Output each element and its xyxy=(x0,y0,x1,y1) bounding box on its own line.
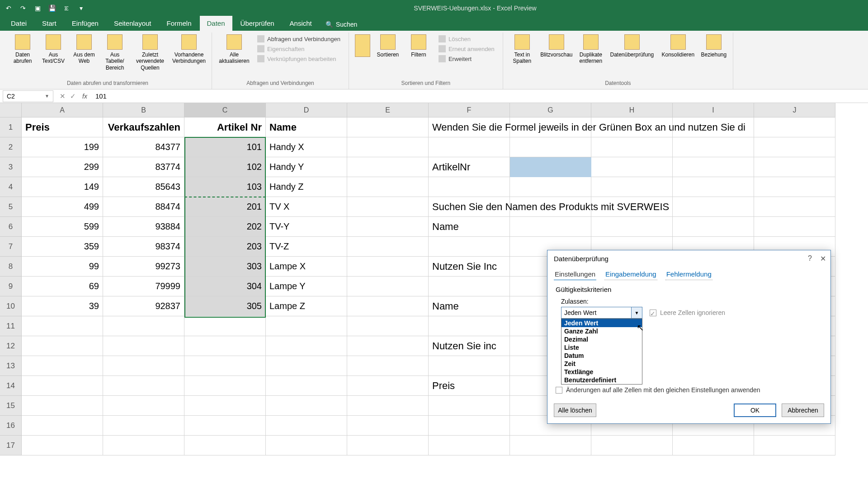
cell-D12[interactable] xyxy=(266,336,347,356)
cell-J4[interactable] xyxy=(754,177,835,197)
cell-D16[interactable] xyxy=(266,416,347,436)
cell-B4[interactable]: 85643 xyxy=(103,177,184,197)
cell-H3[interactable] xyxy=(591,157,673,177)
cell-E2[interactable] xyxy=(347,137,429,157)
cell-C14[interactable] xyxy=(184,376,266,396)
cell-C4[interactable]: 103 xyxy=(184,177,266,197)
tab-formeln[interactable]: Formeln xyxy=(160,16,199,31)
consolidate-button[interactable]: Konsolidieren xyxy=(659,33,698,60)
cell-A3[interactable]: 299 xyxy=(22,157,103,177)
cell-F6[interactable]: Name xyxy=(429,217,510,237)
data-validation-button[interactable]: Datenüberprüfung xyxy=(607,33,657,60)
cell-C15[interactable] xyxy=(184,396,266,416)
cell-E13[interactable] xyxy=(347,356,429,376)
ignore-blank-checkbox[interactable]: ✓ xyxy=(650,310,656,316)
undo-icon[interactable]: ↶ xyxy=(4,3,14,13)
chevron-down-icon[interactable]: ▼ xyxy=(631,307,642,318)
cell-B17[interactable] xyxy=(103,436,184,455)
row-header-2[interactable]: 2 xyxy=(0,137,22,157)
cell-F10[interactable]: Name xyxy=(429,296,510,316)
cell-C1[interactable]: Artikel Nr xyxy=(184,117,266,137)
cell-D7[interactable]: TV-Z xyxy=(266,237,347,257)
tab-start[interactable]: Start xyxy=(35,16,64,31)
cell-D1[interactable]: Name xyxy=(266,117,347,137)
redo-icon[interactable]: ↷ xyxy=(18,3,28,13)
cell-H5[interactable] xyxy=(591,197,673,217)
close-icon[interactable]: ✕ xyxy=(820,254,826,263)
autosum-icon[interactable]: ⨊ xyxy=(61,3,71,13)
text-to-columns-button[interactable]: Text in Spalten xyxy=(508,33,537,66)
cell-B13[interactable] xyxy=(103,356,184,376)
row-header-5[interactable]: 5 xyxy=(0,197,22,217)
apply-all-checkbox[interactable] xyxy=(556,387,562,394)
cell-C8[interactable]: 303 xyxy=(184,257,266,277)
cell-B15[interactable] xyxy=(103,396,184,416)
cell-F4[interactable] xyxy=(429,177,510,197)
cell-A14[interactable] xyxy=(22,376,103,396)
row-header-8[interactable]: 8 xyxy=(0,257,22,277)
queries-button[interactable]: Abfragen und Verbindungen xyxy=(255,34,342,43)
cell-H2[interactable] xyxy=(591,137,673,157)
dialog-tab-settings[interactable]: Einstellungen xyxy=(554,268,596,280)
col-header-E[interactable]: E xyxy=(347,103,429,117)
cell-E6[interactable] xyxy=(347,217,429,237)
cancel-icon[interactable]: ✕ xyxy=(60,92,66,100)
dialog-tab-error-alert[interactable]: Fehlermeldung xyxy=(665,268,712,280)
cell-A15[interactable] xyxy=(22,396,103,416)
cell-J2[interactable] xyxy=(754,137,835,157)
cell-C5[interactable]: 201 xyxy=(184,197,266,217)
dialog-titlebar[interactable]: Datenüberprüfung ? ✕ xyxy=(547,250,830,267)
camera-icon[interactable]: ▣ xyxy=(33,3,42,13)
cell-F17[interactable] xyxy=(429,436,510,455)
cell-A9[interactable]: 69 xyxy=(22,277,103,296)
cell-A12[interactable] xyxy=(22,336,103,356)
cell-F12[interactable]: Nutzen Sie inc xyxy=(429,336,510,356)
cell-C2[interactable]: 101 xyxy=(184,137,266,157)
cell-H17[interactable] xyxy=(591,436,673,455)
cell-E8[interactable] xyxy=(347,257,429,277)
row-header-3[interactable]: 3 xyxy=(0,157,22,177)
highlighted-cell-g3[interactable] xyxy=(510,157,591,177)
cell-D8[interactable]: Lampe X xyxy=(266,257,347,277)
cell-F11[interactable] xyxy=(429,316,510,336)
from-table-button[interactable]: Aus Tabelle/ Bereich xyxy=(100,33,129,73)
cell-C13[interactable] xyxy=(184,356,266,376)
allow-option[interactable]: Datum xyxy=(561,352,642,360)
cell-A11[interactable] xyxy=(22,316,103,336)
edit-links-button[interactable]: Verknüpfungen bearbeiten xyxy=(255,54,342,63)
relationships-button[interactable]: Beziehung xyxy=(699,33,728,60)
cell-H1[interactable] xyxy=(591,117,673,137)
advanced-filter-button[interactable]: Erweitert xyxy=(437,54,496,63)
cell-B6[interactable]: 93884 xyxy=(103,217,184,237)
cell-G1[interactable] xyxy=(510,117,591,137)
cell-D4[interactable]: Handy Z xyxy=(266,177,347,197)
row-header-4[interactable]: 4 xyxy=(0,177,22,197)
cell-F1[interactable]: Wenden Sie die Formel jeweils in der Grü… xyxy=(429,117,510,137)
cell-E4[interactable] xyxy=(347,177,429,197)
cell-F15[interactable] xyxy=(429,396,510,416)
qat-dropdown-icon[interactable]: ▾ xyxy=(76,3,86,13)
existing-connections-button[interactable]: Vorhandene Verbindungen xyxy=(171,33,207,66)
cell-C6[interactable]: 202 xyxy=(184,217,266,237)
get-data-button[interactable]: Daten abrufen xyxy=(8,33,37,66)
cell-C12[interactable] xyxy=(184,336,266,356)
cell-I5[interactable] xyxy=(673,197,754,217)
cell-C9[interactable]: 304 xyxy=(184,277,266,296)
cell-A7[interactable]: 359 xyxy=(22,237,103,257)
cell-C7[interactable]: 203 xyxy=(184,237,266,257)
cell-J17[interactable] xyxy=(754,436,835,455)
sort-button[interactable]: Sortieren xyxy=(373,33,402,60)
cell-B14[interactable] xyxy=(103,376,184,396)
cell-I17[interactable] xyxy=(673,436,754,455)
cell-J3[interactable] xyxy=(754,157,835,177)
cell-I1[interactable] xyxy=(673,117,754,137)
allow-option[interactable]: Dezimal xyxy=(561,335,642,343)
col-header-H[interactable]: H xyxy=(591,103,673,117)
recent-sources-button[interactable]: Zuletzt verwendete Quellen xyxy=(131,33,169,73)
row-header-15[interactable]: 15 xyxy=(0,396,22,416)
cell-F2[interactable] xyxy=(429,137,510,157)
cell-B10[interactable]: 92837 xyxy=(103,296,184,316)
cell-G4[interactable] xyxy=(510,177,591,197)
cell-F7[interactable] xyxy=(429,237,510,257)
cell-B11[interactable] xyxy=(103,316,184,336)
